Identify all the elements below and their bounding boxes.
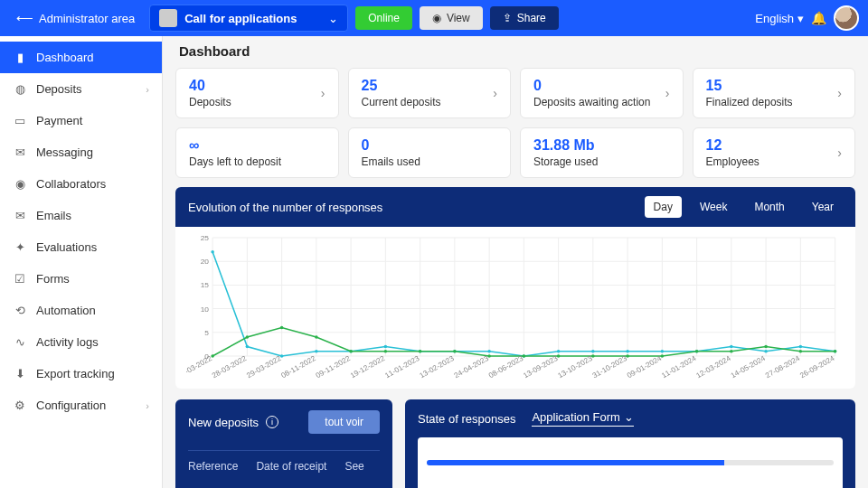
svg-text:17-03-2022: 17-03-2022 bbox=[186, 354, 214, 380]
period-tab-month[interactable]: Month bbox=[745, 196, 793, 218]
sidebar-item-evaluations[interactable]: ✦Evaluations bbox=[0, 231, 162, 263]
context-avatar bbox=[159, 9, 177, 27]
stat-value: 25 bbox=[362, 78, 441, 94]
stat-value: 15 bbox=[706, 78, 793, 94]
back-to-admin[interactable]: ⟵ Administrator area bbox=[9, 7, 142, 30]
svg-text:11-01-2023: 11-01-2023 bbox=[383, 354, 421, 380]
period-tab-day[interactable]: Day bbox=[645, 196, 682, 218]
svg-text:25: 25 bbox=[201, 234, 210, 242]
stat-deposits-awaiting-action[interactable]: 0Deposits awaiting action› bbox=[520, 68, 684, 118]
svg-point-36 bbox=[384, 345, 388, 348]
deposits-col-see: See bbox=[344, 460, 363, 473]
svg-text:31-10-2023: 31-10-2023 bbox=[591, 354, 629, 380]
svg-point-65 bbox=[730, 350, 733, 352]
stat-finalized-deposits[interactable]: 15Finalized deposits› bbox=[693, 68, 856, 118]
stat-value: 12 bbox=[706, 137, 760, 154]
stat-employees[interactable]: 12Employees› bbox=[693, 127, 856, 178]
svg-text:13-09-2023: 13-09-2023 bbox=[522, 354, 560, 380]
info-icon[interactable]: i bbox=[266, 416, 278, 428]
svg-text:28-03-2022: 28-03-2022 bbox=[211, 354, 249, 380]
sidebar-label: Collaborators bbox=[36, 177, 106, 191]
svg-point-50 bbox=[211, 354, 214, 357]
arrow-left-icon: ⟵ bbox=[16, 12, 33, 25]
svg-text:24-04-2023: 24-04-2023 bbox=[453, 354, 491, 380]
svg-text:13-10-2023: 13-10-2023 bbox=[556, 354, 594, 380]
stat-label: Emails used bbox=[362, 155, 420, 168]
sidebar-label: Export tracking bbox=[36, 367, 115, 380]
sidebar-item-export-tracking[interactable]: ⬇Export tracking bbox=[0, 358, 162, 389]
back-label: Administrator area bbox=[39, 12, 135, 25]
svg-point-47 bbox=[764, 350, 768, 352]
sidebar-icon: ⚙ bbox=[13, 399, 27, 412]
stat-label: Deposits awaiting action bbox=[533, 96, 650, 108]
stat-label: Finalized deposits bbox=[706, 96, 793, 108]
stat-deposits[interactable]: 40Deposits› bbox=[175, 68, 339, 118]
sidebar-item-configuration[interactable]: ⚙Configuration› bbox=[0, 389, 162, 421]
share-icon: ⇪ bbox=[503, 12, 512, 24]
share-button[interactable]: ⇪Share bbox=[490, 6, 559, 30]
chevron-right-icon: › bbox=[146, 400, 149, 411]
sidebar-item-deposits[interactable]: ◍Deposits› bbox=[0, 73, 162, 105]
svg-text:09-01-2024: 09-01-2024 bbox=[626, 354, 664, 380]
sidebar-item-messaging[interactable]: ✉Messaging bbox=[0, 136, 162, 168]
svg-text:08-06-2023: 08-06-2023 bbox=[487, 354, 525, 380]
online-status-button[interactable]: Online bbox=[355, 6, 412, 30]
sidebar-icon: ☑ bbox=[13, 272, 27, 286]
chevron-right-icon: › bbox=[665, 86, 670, 100]
sidebar-item-activity-logs[interactable]: ∿Activity logs bbox=[0, 326, 162, 358]
stat-value: 40 bbox=[189, 78, 231, 94]
page-title: Dashboard bbox=[179, 43, 855, 59]
svg-point-60 bbox=[557, 354, 561, 357]
period-tab-week[interactable]: Week bbox=[691, 196, 736, 218]
sidebar-label: Deposits bbox=[36, 82, 82, 96]
svg-text:5: 5 bbox=[204, 329, 209, 337]
sidebar-icon: ✦ bbox=[13, 240, 27, 254]
svg-text:12-03-2024: 12-03-2024 bbox=[694, 354, 732, 380]
stat-value: 0 bbox=[362, 137, 420, 154]
online-label: Online bbox=[368, 12, 400, 24]
sidebar-label: Payment bbox=[36, 114, 82, 127]
svg-point-51 bbox=[246, 335, 250, 338]
progress-bar bbox=[427, 460, 834, 465]
share-label: Share bbox=[517, 12, 546, 24]
sidebar-item-forms[interactable]: ☑Forms bbox=[0, 263, 162, 295]
chevron-right-icon: › bbox=[837, 145, 842, 160]
deposits-col-date-of-receipt: Date of receipt bbox=[256, 460, 326, 473]
progress-row-team-members: Team Members27/40 bbox=[418, 473, 843, 488]
stat-days-left-to-deposit: ∞Days left to deposit bbox=[175, 127, 339, 178]
sidebar-icon: ⟲ bbox=[13, 304, 27, 317]
svg-text:14-05-2024: 14-05-2024 bbox=[730, 354, 768, 380]
svg-point-31 bbox=[211, 250, 214, 253]
chart-title: Evolution of the number of responses bbox=[188, 201, 382, 214]
svg-text:27-08-2024: 27-08-2024 bbox=[764, 354, 802, 380]
view-button[interactable]: ◉View bbox=[420, 6, 483, 30]
user-avatar[interactable] bbox=[834, 5, 859, 31]
language-selector[interactable]: English▾ bbox=[755, 12, 804, 25]
new-deposits-title: New deposits bbox=[188, 416, 259, 429]
state-of-responses-panel: State of responses Application Form ⌄ In… bbox=[405, 399, 855, 488]
form-selector[interactable]: Application Form ⌄ bbox=[532, 410, 634, 427]
sidebar-icon: ▮ bbox=[13, 51, 27, 64]
svg-point-32 bbox=[246, 345, 250, 348]
sidebar-item-dashboard[interactable]: ▮Dashboard bbox=[0, 42, 162, 73]
svg-point-66 bbox=[764, 345, 768, 348]
period-tab-year[interactable]: Year bbox=[803, 196, 843, 218]
svg-point-57 bbox=[453, 350, 457, 352]
sidebar-item-automation[interactable]: ⟲Automation bbox=[0, 295, 162, 326]
notifications-icon[interactable]: 🔔 bbox=[811, 11, 826, 25]
context-selector[interactable]: Call for applications ⌄ bbox=[149, 5, 348, 32]
sidebar-item-collaborators[interactable]: ◉Collaborators bbox=[0, 168, 162, 200]
stat-current-deposits[interactable]: 25Current deposits› bbox=[348, 68, 512, 118]
eye-icon: ◉ bbox=[432, 12, 441, 24]
svg-text:11-01-2024: 11-01-2024 bbox=[660, 354, 698, 380]
svg-point-42 bbox=[591, 350, 595, 352]
sidebar-label: Messaging bbox=[36, 145, 93, 159]
chevron-down-icon: ⌄ bbox=[328, 12, 338, 25]
svg-text:15: 15 bbox=[201, 282, 210, 290]
sidebar-item-payment[interactable]: ▭Payment bbox=[0, 105, 162, 136]
svg-point-46 bbox=[730, 345, 733, 348]
svg-text:08-11-2022: 08-11-2022 bbox=[279, 354, 317, 380]
sidebar-item-emails[interactable]: ✉Emails bbox=[0, 200, 162, 231]
see-all-button[interactable]: tout voir bbox=[308, 410, 380, 434]
svg-point-48 bbox=[799, 345, 803, 348]
